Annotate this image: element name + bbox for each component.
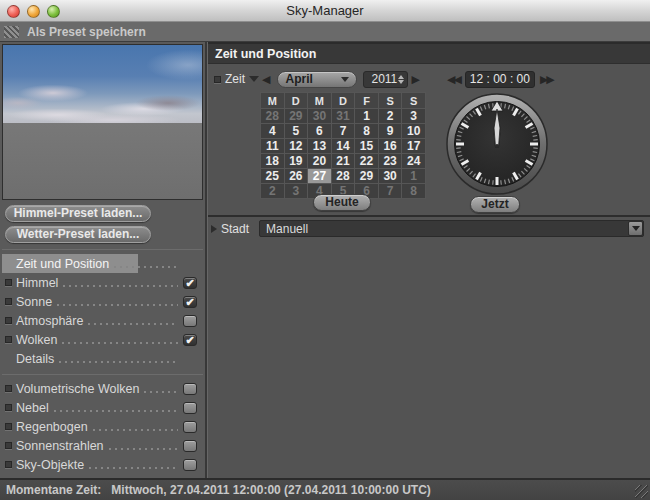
calendar-day[interactable]: 2 — [378, 109, 402, 124]
sidebar-item-volumetrische-wolken[interactable]: Volumetrische Wolken — [2, 379, 203, 398]
sidebar-item-label: Himmel — [16, 276, 58, 290]
menu-save-preset[interactable]: Als Preset speichern — [27, 25, 146, 39]
calendar-day[interactable]: 8 — [355, 124, 379, 139]
toggle-checkbox-checked[interactable]: ✔ — [183, 296, 197, 308]
year-spinner-arrows[interactable] — [398, 75, 404, 84]
month-dropdown[interactable]: April — [277, 71, 357, 88]
enable-box-icon[interactable] — [5, 298, 12, 305]
calendar-day[interactable]: 6 — [308, 124, 332, 139]
calendar-day[interactable]: 21 — [331, 154, 355, 169]
year-spinner[interactable]: 2011 — [363, 71, 408, 88]
enable-box-icon[interactable] — [5, 279, 12, 286]
spin-up-icon[interactable] — [398, 75, 404, 79]
toggle-checkbox-unchecked[interactable] — [183, 459, 197, 471]
calendar-day[interactable]: 7 — [331, 124, 355, 139]
calendar-day[interactable]: 17 — [402, 139, 426, 154]
calendar-day[interactable]: 14 — [331, 139, 355, 154]
time-back-button[interactable]: ◀◀ — [447, 74, 460, 85]
preset-buttons: Himmel-Preset laden... Wetter-Preset lad… — [5, 205, 203, 243]
sidebar-item-details[interactable]: Details — [2, 349, 203, 368]
calendar-day[interactable]: 30 — [378, 169, 402, 184]
toggle-checkbox-unchecked[interactable] — [183, 421, 197, 433]
window-title: Sky-Manager — [286, 3, 363, 18]
calendar-day[interactable]: 1 — [355, 109, 379, 124]
enable-box-icon[interactable] — [5, 423, 12, 430]
calendar-day[interactable]: 7 — [378, 184, 402, 199]
calendar-day[interactable]: 5 — [284, 124, 308, 139]
calendar-day[interactable]: 8 — [402, 184, 426, 199]
toggle-checkbox-unchecked[interactable] — [183, 440, 197, 452]
sidebar-item-sonne[interactable]: Sonne✔ — [2, 292, 203, 311]
sidebar-item-atmosph-re[interactable]: Atmosphäre — [2, 311, 203, 330]
calendar-day[interactable]: 10 — [402, 124, 426, 139]
close-icon[interactable] — [7, 5, 20, 18]
toggle-checkbox-unchecked[interactable] — [183, 402, 197, 414]
load-sky-preset-button[interactable]: Himmel-Preset laden... — [5, 205, 151, 222]
drag-grip-icon[interactable] — [4, 26, 19, 38]
sidebar-item-sonnenstrahlen[interactable]: Sonnenstrahlen — [2, 436, 203, 455]
toggle-checkbox-checked[interactable]: ✔ — [183, 277, 197, 289]
calendar-day[interactable]: 29 — [284, 109, 308, 124]
enable-box-icon[interactable] — [5, 461, 12, 468]
heute-button[interactable]: Heute — [313, 194, 371, 211]
calendar-day[interactable]: 31 — [331, 109, 355, 124]
calendar-day[interactable]: 2 — [261, 184, 285, 199]
next-month-button[interactable]: ▶ — [411, 74, 419, 85]
calendar-day[interactable]: 9 — [378, 124, 402, 139]
calendar-day[interactable]: 22 — [355, 154, 379, 169]
calendar-day[interactable]: 25 — [261, 169, 285, 184]
weekday-header: S — [378, 93, 402, 109]
minimize-icon[interactable] — [27, 5, 40, 18]
sidebar-item-himmel[interactable]: Himmel✔ — [2, 273, 203, 292]
calendar-day[interactable]: 19 — [284, 154, 308, 169]
calendar-day[interactable]: 16 — [378, 139, 402, 154]
sidebar-item-regenbogen[interactable]: Regenbogen — [2, 417, 203, 436]
prev-month-button[interactable]: ◀ — [262, 74, 270, 85]
calendar-day[interactable]: 23 — [378, 154, 402, 169]
toggle-checkbox-checked[interactable]: ✔ — [183, 334, 197, 346]
calendar-day-selected[interactable]: 27 — [308, 169, 332, 184]
analog-clock[interactable] — [445, 92, 549, 196]
zoom-icon[interactable] — [47, 5, 60, 18]
enable-box-icon[interactable] — [5, 442, 12, 449]
sidebar-item-zeit-und-position[interactable]: Zeit und Position — [2, 254, 203, 273]
zeit-checkbox[interactable] — [214, 76, 221, 83]
calendar-day[interactable]: 28 — [331, 169, 355, 184]
calendar-day[interactable]: 30 — [308, 109, 332, 124]
calendar-day[interactable]: 13 — [308, 139, 332, 154]
zeit-dropdown-icon[interactable] — [249, 76, 259, 82]
calendar-day[interactable]: 12 — [284, 139, 308, 154]
calendar-day[interactable]: 18 — [261, 154, 285, 169]
time-forward-button[interactable]: ▶▶ — [540, 74, 553, 85]
calendar-day[interactable]: 29 — [355, 169, 379, 184]
sidebar-item-nebel[interactable]: Nebel — [2, 398, 203, 417]
titlebar[interactable]: Sky-Manager — [0, 0, 650, 22]
enable-box-icon[interactable] — [5, 336, 12, 343]
sidebar-item-label: Nebel — [16, 401, 49, 415]
sidebar-item-wolken[interactable]: Wolken✔ — [2, 330, 203, 349]
stadt-dropdown[interactable]: Manuell — [259, 220, 644, 237]
calendar-day[interactable]: 26 — [284, 169, 308, 184]
calendar-day[interactable]: 1 — [402, 169, 426, 184]
calendar-day[interactable]: 4 — [261, 124, 285, 139]
resize-grip[interactable] — [635, 485, 648, 498]
calendar-day[interactable]: 11 — [261, 139, 285, 154]
calendar-day[interactable]: 20 — [308, 154, 332, 169]
spin-down-icon[interactable] — [398, 80, 404, 84]
stadt-dropdown-button[interactable] — [628, 221, 643, 236]
load-weather-preset-button[interactable]: Wetter-Preset laden... — [5, 226, 151, 243]
calendar-day[interactable]: 3 — [284, 184, 308, 199]
calendar-day[interactable]: 15 — [355, 139, 379, 154]
enable-box-icon[interactable] — [5, 317, 12, 324]
enable-box-icon[interactable] — [5, 385, 12, 392]
toggle-checkbox-unchecked[interactable] — [183, 383, 197, 395]
toggle-checkbox-unchecked[interactable] — [183, 315, 197, 327]
time-field[interactable]: 12 : 00 : 00 — [465, 71, 535, 88]
calendar-day[interactable]: 28 — [261, 109, 285, 124]
jetzt-button[interactable]: Jetzt — [470, 196, 520, 213]
calendar-day[interactable]: 3 — [402, 109, 426, 124]
sidebar-item-sky-objekte[interactable]: Sky-Objekte — [2, 455, 203, 474]
calendar-day[interactable]: 24 — [402, 154, 426, 169]
expand-triangle-icon[interactable] — [211, 225, 217, 233]
enable-box-icon[interactable] — [5, 404, 12, 411]
